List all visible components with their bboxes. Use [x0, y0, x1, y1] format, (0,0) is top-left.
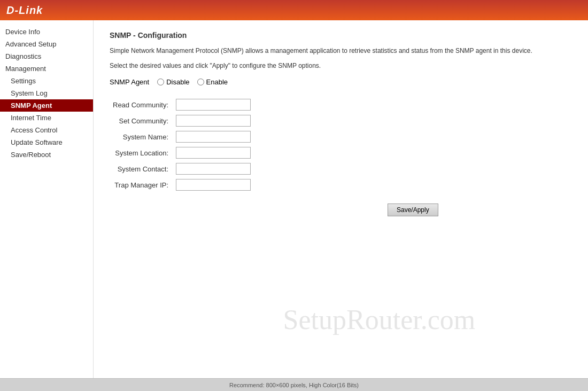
snmp-agent-label: SNMP Agent — [110, 78, 149, 86]
disable-option[interactable]: Disable — [157, 78, 189, 86]
logo: D-Link — [6, 4, 43, 17]
table-row: Read Community: — [110, 97, 254, 113]
set-community-input[interactable] — [176, 115, 251, 127]
system-location-input[interactable] — [176, 147, 251, 159]
page-title: SNMP - Configuration — [110, 31, 572, 40]
table-row: System Contact: — [110, 161, 254, 177]
save-apply-button[interactable]: Save/Apply — [388, 204, 438, 216]
footer-text: Recommend: 800×600 pixels, High Color(16… — [229, 382, 359, 388]
sidebar-item-snmp-agent[interactable]: SNMP Agent — [0, 99, 93, 112]
header: D-Link — [0, 0, 588, 20]
snmp-agent-row: SNMP Agent Disable Enable — [110, 78, 572, 86]
main-content: SNMP - Configuration Simple Network Mana… — [94, 20, 588, 378]
sidebar-item-device-info[interactable]: Device Info — [0, 26, 93, 38]
enable-radio[interactable] — [197, 79, 204, 85]
read-community-label: Read Community: — [110, 97, 173, 113]
sidebar-item-system-log[interactable]: System Log — [0, 87, 93, 99]
sidebar-item-internet-time[interactable]: Internet Time — [0, 112, 93, 124]
table-row: System Location: — [110, 145, 254, 161]
trap-manager-ip-label: Trap Manager IP: — [110, 177, 173, 193]
system-name-label: System Name: — [110, 129, 173, 145]
system-location-label: System Location: — [110, 145, 173, 161]
system-contact-input[interactable] — [176, 163, 251, 175]
sidebar: Device Info Advanced Setup Diagnostics M… — [0, 20, 94, 378]
enable-option[interactable]: Enable — [197, 78, 228, 86]
sidebar-item-access-control[interactable]: Access Control — [0, 124, 93, 136]
table-row: Set Community: — [110, 113, 254, 129]
snmp-form: Read Community: Set Community: System Na… — [110, 97, 254, 193]
read-community-input[interactable] — [176, 99, 251, 111]
trap-manager-ip-input[interactable] — [176, 179, 251, 191]
sidebar-item-update-software[interactable]: Update Software — [0, 136, 93, 148]
sidebar-item-settings[interactable]: Settings — [0, 75, 93, 87]
table-row: Trap Manager IP: — [110, 177, 254, 193]
footer: Recommend: 800×600 pixels, High Color(16… — [0, 378, 588, 391]
description: Simple Network Management Protocol (SNMP… — [110, 46, 548, 56]
sidebar-item-advanced-setup[interactable]: Advanced Setup — [0, 38, 93, 50]
instruction: Select the desired values and click "App… — [110, 62, 572, 69]
disable-label: Disable — [166, 78, 189, 86]
sidebar-item-management[interactable]: Management — [0, 62, 93, 75]
layout: Device Info Advanced Setup Diagnostics M… — [0, 20, 588, 378]
set-community-label: Set Community: — [110, 113, 173, 129]
sidebar-item-diagnostics[interactable]: Diagnostics — [0, 50, 93, 62]
sidebar-item-save-reboot[interactable]: Save/Reboot — [0, 148, 93, 161]
system-name-input[interactable] — [176, 131, 251, 143]
system-contact-label: System Contact: — [110, 161, 173, 177]
disable-radio[interactable] — [157, 79, 164, 85]
table-row: System Name: — [110, 129, 254, 145]
watermark: SetupRouter.com — [283, 304, 476, 335]
enable-label: Enable — [206, 78, 228, 86]
snmp-radio-group: Disable Enable — [157, 78, 228, 86]
